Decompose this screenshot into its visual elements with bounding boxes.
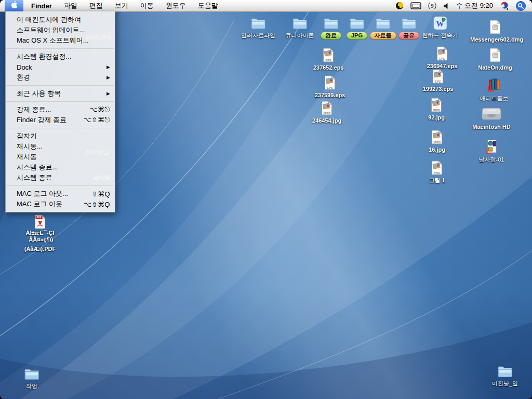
menubar-clock[interactable]: 수 오전 9:20 [456, 1, 493, 10]
menu-item-label: MAC 로그 아웃 [17, 200, 84, 209]
menubar-app-name[interactable]: Finder [31, 2, 52, 10]
books-icon [469, 76, 519, 93]
desktop-icon-webhard-connector[interactable]: W웹하드 접속기 [415, 16, 465, 39]
eps-icon: EPS [305, 75, 355, 90]
svg-text:PDF: PDF [36, 216, 41, 219]
menu-item-label: 시스템 종료 [17, 173, 110, 182]
menu-separator [6, 128, 114, 128]
icon-label: 그림 1 [429, 177, 445, 184]
menu-item-label: 이 매킨토시에 관하여 [17, 15, 110, 24]
menu-item-label: 잠자기 [17, 131, 110, 141]
desktop-icon-file-199273-eps[interactable]: EPS199273.eps [413, 69, 463, 93]
icon-label: 92.jpg [428, 114, 445, 121]
input-korean-flag-icon[interactable] [500, 1, 509, 10]
submenu-arrow-icon: ▶ [107, 75, 110, 80]
screen-corner [528, 395, 532, 399]
desktop-screen: 5010.JPG2007학교남사랑 일러자료파일큐티아이콘완료JPG자료들공유W… [0, 0, 532, 399]
apple-menu-item-10[interactable]: 강제 종료...⌥⌘⎋ [6, 104, 115, 115]
desktop-icon-pdf-file[interactable]: PDFÀÌ±æÈ¯-ÇÏ´ÃÃ¤»ç¶û(ÀåÆí).PDF [15, 215, 65, 253]
apple-menu-item-4[interactable]: 시스템 환경설정... [6, 51, 115, 62]
pdf-icon: PDF [15, 215, 65, 229]
apple-menu-dropdown: 이 매킨토시에 관하여소프트웨어 업데이트...Mac OS X 소프트웨어..… [5, 11, 115, 212]
displays-icon[interactable] [410, 2, 421, 10]
apple-menu-item-14[interactable]: 재시동... [6, 141, 115, 152]
apple-menu-item-20[interactable]: MAC 로그 아웃⌥⇧⌘Q [6, 199, 115, 209]
apple-menu-item-16[interactable]: 시스템 종료... [6, 162, 115, 172]
desktop-icon-file-geurim-1-png[interactable]: PNG그림 1 [412, 161, 462, 184]
desktop-icon-file-16-jpg[interactable]: JPEG16.jpg [412, 130, 462, 154]
icon-label: 일러자료파일 [241, 32, 275, 39]
apple-menu-item-11[interactable]: Finder 강제 종료⌥⇧⌘⎋ [6, 115, 115, 125]
classic-swirl-icon[interactable] [395, 2, 404, 10]
menu-bar: Finder 파일편집보기이동윈도우도움말 9 수 오전 9:20 [0, 0, 532, 12]
eps-icon: EPS [303, 48, 353, 62]
menu-item-shortcut: ⇧⌘Q [91, 190, 110, 198]
menu-item-label: 시스템 종료... [17, 163, 110, 172]
screen-corner [0, 0, 4, 4]
apple-logo-icon [10, 1, 18, 11]
desktop-icon-file-92-jpg[interactable]: JPEG92.jpg [411, 98, 461, 122]
menu-item-label: 시스템 환경설정... [17, 52, 110, 61]
desktop-icon-namsarang-01[interactable]: 남사랑-01 [467, 139, 516, 164]
menu-item-label: 강제 종료... [17, 105, 89, 114]
icon-label: 웹하드 접속기 [422, 32, 458, 39]
icon-label: Macintosh HD [472, 124, 510, 130]
svg-text:EPS: EPS [327, 86, 332, 89]
menu-item-label: 재시동 [17, 152, 110, 162]
namsarang-icon [467, 139, 516, 154]
spotlight-icon[interactable] [516, 1, 526, 11]
apple-menu-item-17[interactable]: 시스템 종료 [6, 172, 115, 183]
screen-corner [528, 0, 532, 4]
icon-label: NateOn.dmg [478, 64, 512, 71]
menubar-menu-0[interactable]: 파일 [64, 2, 77, 9]
menubar-menu-5[interactable]: 도움말 [198, 2, 218, 9]
svg-text:PNG: PNG [434, 171, 440, 175]
apple-menu-item-15[interactable]: 재시동 [6, 152, 115, 162]
svg-text:JPEG: JPEG [433, 141, 441, 144]
menu-item-label: Finder 강제 종료 [17, 115, 84, 125]
dmg-icon [470, 48, 520, 62]
icon-label: 작업 [26, 383, 37, 390]
svg-text:JPEG: JPEG [323, 112, 331, 115]
eps-icon: EPS [413, 69, 463, 84]
desktop-icon-nateon-dmg[interactable]: NateOn.dmg [470, 48, 520, 72]
menu-item-label: 재시동... [17, 142, 110, 151]
folder-icon [7, 368, 57, 381]
webhard-icon: W [415, 16, 465, 30]
menu-item-label: Dock [17, 63, 107, 71]
icon-label: 미진냥_일 [492, 380, 518, 387]
apple-menu-item-19[interactable]: MAC 로그 아웃...⇧⌘Q [6, 189, 115, 199]
menubar-menu-1[interactable]: 편집 [89, 2, 103, 9]
apple-menu-item-13[interactable]: 잠자기 [6, 131, 115, 141]
icon-label: 남사랑-01 [479, 156, 504, 163]
volume-muted-icon[interactable] [443, 3, 449, 9]
desktop-icon-adit-dombo-app[interactable]: 애디트돔보 [469, 76, 519, 102]
desktop-icon-file-236947-eps[interactable]: EPS236947.eps [417, 46, 467, 70]
desktop-icon-messenger602-dmg[interactable]: Messenger602.dmg [470, 20, 520, 44]
menubar-menu-2[interactable]: 보기 [115, 2, 128, 9]
menubar-status-area: 9 수 오전 9:20 [395, 1, 532, 11]
desktop-icon-file-246454-jpg[interactable]: JPEG246454.jpg [302, 101, 352, 125]
icon-label: 237599.eps [315, 92, 345, 99]
apple-menu-item-0[interactable]: 이 매킨토시에 관하여 [6, 15, 115, 25]
desktop-icon-folder-mijinnyang-il[interactable]: 미진냥_일 [480, 365, 530, 388]
apple-menu-item-8[interactable]: 최근 사용 항목▶ [6, 88, 115, 99]
menubar-menu-3[interactable]: 이동 [140, 2, 154, 9]
jpeg-icon: JPEG [302, 101, 352, 115]
menu-separator [6, 48, 114, 49]
desktop-icon-file-237652-eps[interactable]: EPS237652.eps [303, 48, 353, 72]
apple-menu-item-6[interactable]: 환경▶ [6, 72, 115, 83]
icon-label: Messenger602.dmg [470, 36, 523, 43]
menubar-menu-4[interactable]: 윈도우 [166, 2, 186, 9]
apple-menu-item-2[interactable]: Mac OS X 소프트웨어... [6, 35, 115, 46]
desktop-icon-file-237599-eps[interactable]: EPS237599.eps [305, 75, 355, 99]
apple-menu-button[interactable] [5, 0, 23, 11]
menu-item-label: Mac OS X 소프트웨어... [17, 36, 110, 45]
icon-label: 246454.jpg [312, 117, 341, 124]
desktop-icon-macintosh-hd[interactable]: Macintosh HD [467, 106, 516, 131]
classic-nine-icon[interactable]: 9 [428, 2, 436, 10]
desktop-icon-folder-jakeop[interactable]: 작업 [7, 368, 57, 390]
apple-menu-item-1[interactable]: 소프트웨어 업데이트... [6, 25, 115, 35]
screen-corner [0, 395, 4, 399]
apple-menu-item-5[interactable]: Dock▶ [6, 62, 115, 72]
